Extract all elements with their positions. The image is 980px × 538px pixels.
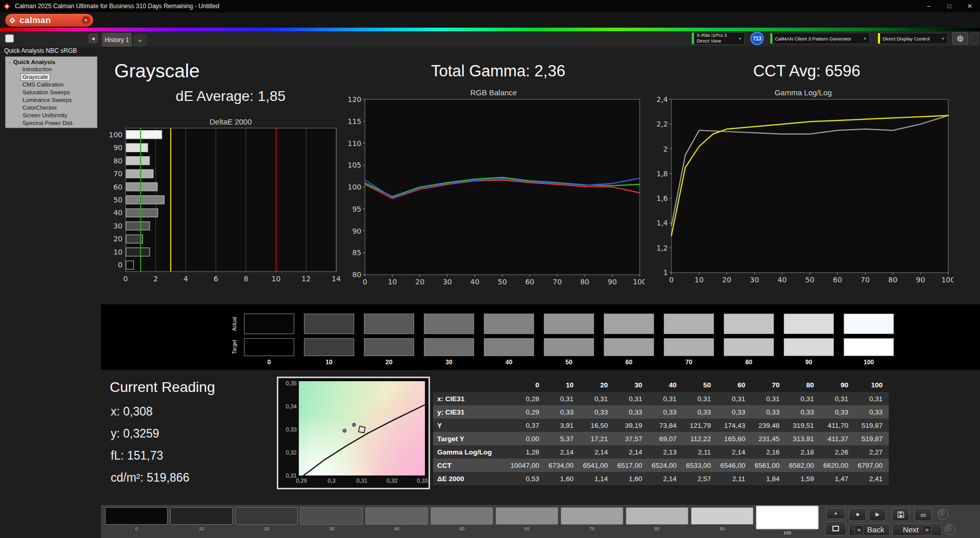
- patch-30[interactable]: 30: [300, 505, 363, 537]
- svg-text:80: 80: [580, 278, 589, 286]
- svg-text:90: 90: [352, 227, 361, 235]
- svg-text:30: 30: [113, 222, 122, 230]
- round-button-top[interactable]: [937, 509, 948, 520]
- calman-window: Calman 2025 Calman Ultimate for Business…: [0, 0, 980, 538]
- deltae-chart-title: DeltaE 2000: [154, 117, 308, 126]
- svg-text:2: 2: [153, 275, 158, 283]
- stop-button[interactable]: ■: [849, 508, 866, 521]
- table-col-header: 40: [648, 378, 683, 392]
- table-cell: 6561,00: [751, 459, 786, 472]
- table-row: Y0,373,9116,5039,1973,84121,79174,43239,…: [433, 419, 889, 432]
- table-cell: 1,28: [511, 445, 545, 459]
- calman-menu-button[interactable]: calman ▼: [5, 14, 93, 27]
- rgb-balance-chart: 8085909510010511011512001020304050607080…: [341, 96, 645, 289]
- svg-text:8: 8: [243, 275, 248, 283]
- actual-swatch-0: [244, 314, 294, 334]
- table-cell: 112,22: [683, 432, 717, 445]
- table-col-header: 100: [854, 378, 889, 392]
- svg-text:0: 0: [124, 275, 128, 283]
- patch-swatch: [626, 507, 688, 525]
- sidebar-item-introduction[interactable]: Introduction: [21, 66, 53, 73]
- deltae-chart: 024681012141009080706050403020100: [104, 126, 342, 286]
- svg-text:50: 50: [805, 276, 814, 284]
- pattern-generator-selector[interactable]: CalMAN Client 3 Pattern Generator ▼: [770, 33, 870, 44]
- table-cell: 0,37: [511, 419, 545, 432]
- cie-y-axis: 0,350,340,330,320,31: [279, 380, 297, 479]
- svg-text:95: 95: [352, 205, 361, 213]
- table-cell: 16,50: [580, 419, 614, 432]
- tab-history-1[interactable]: History 1: [102, 33, 132, 47]
- back-button[interactable]: « Back: [849, 523, 890, 536]
- close-button[interactable]: ✕: [959, 0, 980, 12]
- pattern-window-button[interactable]: [825, 521, 846, 535]
- table-cell: 0,00: [511, 432, 545, 445]
- add-tab-button[interactable]: +: [133, 34, 147, 47]
- collapse-up-button[interactable]: ▲: [826, 508, 845, 519]
- patch-swatch: [235, 507, 298, 525]
- patch-swatch: [756, 506, 819, 529]
- patch-0[interactable]: 0: [105, 505, 168, 537]
- patch-100[interactable]: 100: [756, 505, 819, 537]
- sidebar-item-spectral-power-dist[interactable]: Spectral Power Dist.: [21, 120, 75, 127]
- meter-selector[interactable]: X-Rite i1Pro 3 Direct View ▼: [691, 32, 745, 45]
- table-cell: 1,60: [614, 472, 648, 485]
- sidebar-item-screen-uniformity[interactable]: Screen Uniformity: [21, 112, 69, 119]
- svg-text:10: 10: [113, 248, 122, 256]
- patch-10[interactable]: 10: [170, 505, 233, 537]
- sidebar-item-luminance-sweeps[interactable]: Luminance Sweeps: [21, 97, 73, 104]
- patch-label: 100: [756, 530, 819, 535]
- sidebar-collapse-button[interactable]: ◀: [89, 34, 97, 43]
- patch-label: 40: [365, 526, 428, 531]
- table-cell: 0,31: [683, 392, 717, 405]
- sidebar-item-colorchecker[interactable]: ColorChecker: [21, 105, 58, 111]
- round-button-bottom[interactable]: [945, 524, 955, 535]
- meter-badge[interactable]: 713: [750, 32, 764, 45]
- patch-90[interactable]: 90: [691, 505, 753, 537]
- continuous-measure-button[interactable]: ∞: [914, 508, 932, 521]
- patch-60[interactable]: 60: [496, 505, 558, 537]
- play-button[interactable]: ▶: [869, 508, 886, 521]
- patch-label: 20: [235, 526, 298, 531]
- swatch-level-label: 80: [724, 359, 774, 366]
- next-button[interactable]: Next »: [892, 523, 942, 536]
- cie-x-tick: 0,3: [323, 478, 340, 484]
- svg-text:0: 0: [118, 261, 122, 269]
- patch-20[interactable]: 20: [235, 505, 298, 537]
- table-row: y: CIE310,290,330,330,330,330,330,330,33…: [433, 405, 889, 419]
- table-cell: 2,16: [751, 445, 786, 459]
- actual-row-label: Actual: [230, 314, 238, 334]
- tree-root-label: Quick Analysis: [13, 59, 55, 65]
- minimize-button[interactable]: –: [918, 0, 939, 12]
- workflow-tree: - Quick Analysis IntroductionGrayscaleCM…: [5, 56, 97, 128]
- svg-text:12: 12: [301, 275, 311, 283]
- settings-button[interactable]: [952, 32, 968, 45]
- sidebar-item-cms-calibration[interactable]: CMS Calibration: [21, 81, 65, 88]
- sidebar-item-saturation-sweeps[interactable]: Saturation Sweeps: [21, 89, 71, 96]
- table-cell: 73,84: [648, 419, 683, 432]
- table-cell: 174,43: [717, 419, 751, 432]
- swatch-level-label: 60: [604, 359, 654, 366]
- toolbar-edge-button[interactable]: [970, 32, 978, 45]
- patch-50[interactable]: 50: [431, 505, 493, 537]
- display-control-selector[interactable]: Direct Display Control ▼: [877, 33, 948, 44]
- cie-x-tick: 0,29: [293, 478, 310, 484]
- svg-text:100: 100: [109, 131, 122, 139]
- table-cell: 0,31: [614, 392, 648, 405]
- table-cell: 519,87: [854, 419, 889, 432]
- panel-pin-button[interactable]: [5, 34, 14, 43]
- table-cell: 6620,00: [820, 459, 854, 472]
- patch-80[interactable]: 80: [626, 505, 688, 537]
- reading-line: cd/m²: 519,866: [111, 467, 189, 489]
- patch-40[interactable]: 40: [365, 505, 428, 537]
- sidebar-item-quick-analysis[interactable]: - Quick Analysis: [9, 59, 97, 65]
- table-cell: 0,31: [717, 392, 751, 405]
- patch-swatch: [300, 507, 363, 525]
- table-cell: 0,33: [648, 405, 683, 419]
- patch-swatch: [365, 507, 428, 525]
- sidebar-item-grayscale[interactable]: Grayscale: [21, 74, 50, 80]
- patch-70[interactable]: 70: [561, 505, 623, 537]
- table-cell: 6533,00: [683, 459, 717, 472]
- actual-swatch-20: [364, 314, 414, 334]
- save-button[interactable]: [892, 508, 909, 521]
- maximize-button[interactable]: □: [939, 0, 959, 12]
